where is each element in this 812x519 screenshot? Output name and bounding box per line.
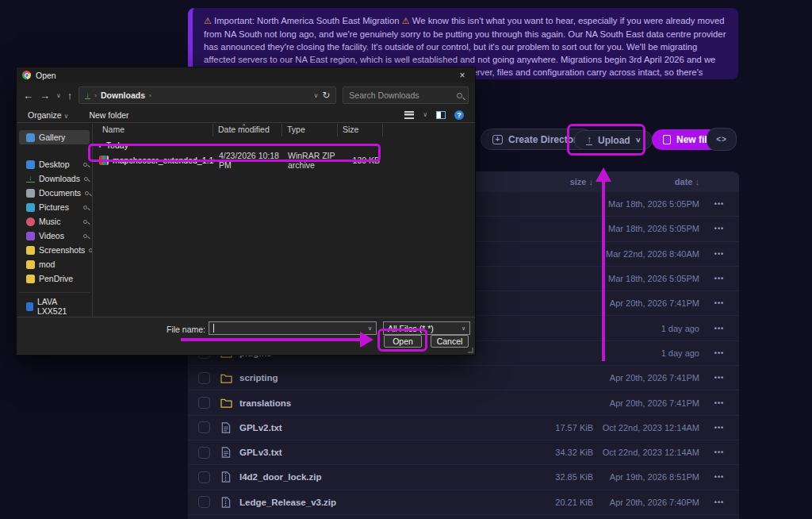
cancel-button[interactable]: Cancel [431,335,469,348]
row-checkbox[interactable] [198,496,210,508]
sidebar-item-label: Music [39,217,60,226]
dialog-file-row[interactable]: mapchooser_extended_1.10.2.zip 4/23/2026… [98,153,475,167]
history-chevron-icon[interactable]: ∨ [56,92,61,99]
file-date: Apr 20th, 2026 7:41PM [593,398,699,408]
banner-title: Important: North America South East Migr… [214,16,400,25]
file-icon [220,422,232,433]
row-menu-button[interactable]: ••• [699,374,739,382]
preview-pane-icon[interactable] [436,111,446,119]
upload-button[interactable]: ↑ Upload ∨ [574,130,653,150]
dialog-sidebar-item-pictures[interactable]: Pictures [19,200,90,214]
dialog-titlebar[interactable]: Open × [17,67,475,83]
dialog-sidebar-item-videos[interactable]: Videos [19,229,90,243]
file-size: 20.21 KiB [498,498,593,507]
documents-icon [26,189,35,198]
arrow-to-open-button [181,338,362,341]
chevron-right-icon: › [94,92,97,99]
row-menu-button[interactable]: ••• [699,349,739,357]
new-file-icon [663,135,671,144]
open-button[interactable]: Open [384,335,422,348]
row-menu-button[interactable]: ••• [699,424,739,432]
chevron-down-icon: ∨ [635,136,642,144]
file-name[interactable]: translations [239,398,498,408]
row-checkbox[interactable] [198,397,210,409]
table-row[interactable]: Ledge_Release_v3.zip20.21 KiBApr 20th, 2… [188,490,739,515]
file-date: Apr 20th, 2026 7:40PM [593,498,699,507]
row-menu-button[interactable]: ••• [699,250,739,258]
file-name-label: File name: [136,325,205,334]
view-dropdown-icon[interactable]: ∨ [423,111,427,118]
row-checkbox[interactable] [198,421,210,433]
dialog-sidebar-item-pendrive[interactable]: PenDrive [19,271,90,286]
dialog-sidebar-item-desktop[interactable]: Desktop [19,157,90,171]
dialog-file-date: 4/23/2026 10:18 PM [214,151,283,170]
arrow-to-upload-button [602,181,605,361]
dialog-sidebar-item-mod[interactable]: mod [19,257,90,271]
type-column-header[interactable]: Type [282,124,338,136]
chrome-icon [22,71,31,79]
forward-icon[interactable]: → [40,90,50,101]
file-type-filter[interactable]: All Files (*.*) ∨ [383,321,470,335]
sidebar-separator [19,144,90,157]
view-mode-icon[interactable] [404,111,414,119]
row-menu-button[interactable]: ••• [699,275,739,283]
file-size: 34.32 KiB [498,448,593,457]
dialog-file-type: WinRAR ZIP archive [283,151,339,170]
row-checkbox[interactable] [198,447,210,459]
back-icon[interactable]: ← [23,90,33,101]
code-view-button[interactable]: <> [707,128,737,151]
file-date: Apr 20th, 2026 7:41PM [593,373,699,383]
pin-icon [83,220,87,224]
table-row[interactable]: l4d2_door_lock.zip32.85 KiBApr 19th, 202… [188,465,739,490]
file-name[interactable]: scripting [239,373,498,383]
row-checkbox[interactable] [198,471,210,483]
new-folder-button[interactable]: New folder [89,110,128,120]
collapse-icon[interactable]: ∨ [98,142,102,149]
row-menu-button[interactable]: ••• [699,200,739,208]
dialog-sidebar-item-gallery[interactable]: Gallery [19,130,90,144]
row-menu-button[interactable]: ••• [699,473,739,481]
file-name-input[interactable]: ∨ [209,321,377,335]
file-name[interactable]: GPLv3.txt [239,448,498,457]
row-menu-button[interactable]: ••• [699,225,739,233]
winrar-archive-icon [99,156,109,165]
help-icon[interactable]: ? [454,110,464,120]
sort-caret-icon: ∧ [242,124,246,128]
row-checkbox[interactable] [198,372,210,384]
dialog-sidebar-item-documents[interactable]: Documents [19,186,90,200]
dialog-close-button[interactable]: × [450,70,475,81]
row-menu-button[interactable]: ••• [699,299,739,307]
chevron-down-icon: ∨ [462,325,465,332]
table-row[interactable]: scriptingApr 20th, 2026 7:41PM••• [188,366,739,390]
row-menu-button[interactable]: ••• [699,325,739,333]
organize-menu[interactable]: Organize ∨ [28,110,68,120]
size-column-header[interactable]: size ↓ [498,177,593,186]
arrow-head-up [596,167,611,182]
sidebar-item-label: Screenshots [39,245,85,255]
refresh-icon[interactable]: ↻ [322,90,330,101]
file-name[interactable]: GPLv2.txt [239,423,498,432]
row-menu-button[interactable]: ••• [699,448,739,456]
dialog-sidebar-item-lava-lxx521[interactable]: ›LAVA LXX521 [19,299,90,313]
table-row[interactable]: translationsApr 20th, 2026 7:41PM••• [188,390,739,415]
address-dropdown-icon[interactable]: ∨ [313,92,318,99]
file-name[interactable]: l4d2_door_lock.zip [239,472,498,482]
file-name[interactable]: Ledge_Release_v3.zip [239,498,498,507]
address-bar[interactable]: ↓ › Downloads › ∨ ↻ [79,86,336,104]
size-column-header[interactable]: Size [338,124,383,136]
row-menu-button[interactable]: ••• [699,399,739,407]
up-icon[interactable]: ↑ [67,90,73,101]
dialog-sidebar-item-downloads[interactable]: ↓Downloads [19,171,90,186]
breadcrumb[interactable]: Downloads [101,90,145,100]
name-column-header[interactable]: Name [98,124,213,136]
resize-grip[interactable] [468,348,473,353]
sidebar-item-label: Documents [39,188,81,198]
row-menu-button[interactable]: ••• [699,498,739,506]
table-row[interactable]: GPLv3.txt34.32 KiBOct 22nd, 2023 12:14AM… [188,440,739,465]
table-row[interactable]: GPLv2.txt17.57 KiBOct 22nd, 2023 12:14AM… [188,416,739,440]
date-modified-column-header[interactable]: ∧Date modified [213,124,282,136]
dialog-sidebar-item-screenshots[interactable]: Screenshots [19,243,90,257]
folder-icon [26,260,35,269]
dialog-sidebar-item-music[interactable]: Music [19,214,90,229]
search-input[interactable]: Search Downloads [343,86,469,104]
